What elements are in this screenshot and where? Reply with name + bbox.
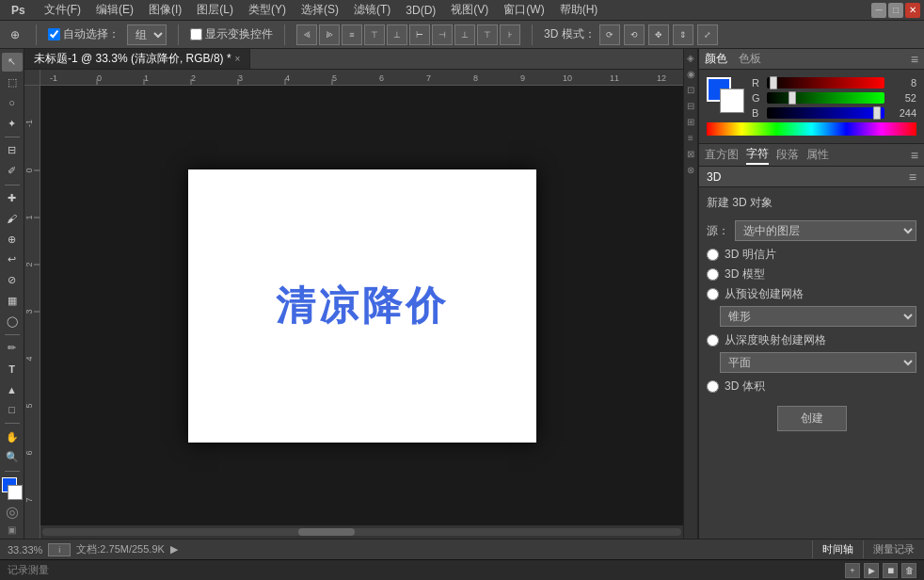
align-middle-v-btn[interactable]: ⊥ <box>387 24 407 45</box>
r-slider[interactable] <box>767 77 884 89</box>
postcard-label[interactable]: 3D 明信片 <box>725 247 776 263</box>
distribute-3-btn[interactable]: ⊤ <box>477 24 498 45</box>
character-tab[interactable]: 字符 <box>746 146 769 165</box>
3d-pan-btn[interactable]: ✥ <box>648 24 669 45</box>
clone-tool[interactable]: ⊕ <box>2 230 23 249</box>
create-button[interactable]: 创建 <box>777 406 847 431</box>
text-tool[interactable]: T <box>2 360 23 379</box>
strip-btn-1[interactable]: ◈ <box>687 53 694 63</box>
volume-label[interactable]: 3D 体积 <box>725 379 765 395</box>
3d-rotate-btn[interactable]: ⟳ <box>599 24 620 45</box>
align-top-btn[interactable]: ⊤ <box>364 24 385 45</box>
menu-select[interactable]: 选择(S) <box>294 0 346 20</box>
mesh-preset-label[interactable]: 从预设创建网格 <box>725 286 804 302</box>
align-right-btn[interactable]: ≡ <box>342 24 362 45</box>
brush-tool[interactable]: 🖌 <box>2 209 23 228</box>
align-center-h-btn[interactable]: ⫸ <box>319 24 340 45</box>
menu-help[interactable]: 帮助(H) <box>552 0 606 20</box>
heal-tool[interactable]: ✚ <box>2 189 23 208</box>
3d-scale-btn[interactable]: ⤢ <box>697 24 718 45</box>
bottom-btn-3[interactable]: ⏹ <box>883 563 898 578</box>
history-brush-tool[interactable]: ↩ <box>2 250 23 269</box>
r-thumb[interactable] <box>770 76 777 89</box>
color-spectrum[interactable] <box>707 122 916 136</box>
bottom-btn-4[interactable]: 🗑 <box>901 563 916 578</box>
crop-tool[interactable]: ⊟ <box>2 141 23 160</box>
properties-tab[interactable]: 属性 <box>806 147 829 163</box>
hand-tool[interactable]: ✋ <box>2 427 23 446</box>
3d-roll-btn[interactable]: ⟲ <box>624 24 645 45</box>
dodge-tool[interactable]: ◯ <box>2 312 23 330</box>
zoom-tool[interactable]: 🔍 <box>2 448 23 467</box>
background-color[interactable] <box>8 485 23 500</box>
distribute-4-btn[interactable]: ⊦ <box>500 24 520 45</box>
b-slider[interactable] <box>767 107 884 119</box>
show-transform-checkbox[interactable] <box>190 28 202 40</box>
color-panel-menu[interactable]: ≡ <box>911 52 918 67</box>
lasso-tool[interactable]: ○ <box>2 94 23 113</box>
strip-btn-3[interactable]: ⊡ <box>687 85 694 95</box>
g-thumb[interactable] <box>789 91 796 105</box>
maximize-button[interactable]: □ <box>888 3 903 18</box>
h-scrollbar[interactable] <box>40 525 683 539</box>
paragraph-tab[interactable]: 段落 <box>776 147 799 163</box>
minimize-button[interactable]: ─ <box>871 3 886 18</box>
path-select-tool[interactable]: ▲ <box>2 380 23 399</box>
swatches-tab[interactable]: 色板 <box>739 51 761 67</box>
background-swatch[interactable] <box>720 89 744 113</box>
3d-slide-btn[interactable]: ⇕ <box>673 24 693 45</box>
strip-btn-2[interactable]: ◉ <box>687 69 695 79</box>
color-tab[interactable]: 颜色 <box>705 51 727 67</box>
pen-tool[interactable]: ✏ <box>2 339 23 358</box>
zoom-info-btn[interactable]: i <box>48 543 71 556</box>
mesh-preset-radio[interactable] <box>707 288 719 300</box>
shape-tool[interactable]: □ <box>2 400 23 419</box>
postcard-radio[interactable] <box>707 249 719 261</box>
depth-type-dropdown[interactable]: 平面 <box>720 352 916 373</box>
model-label[interactable]: 3D 模型 <box>725 266 765 282</box>
strip-btn-6[interactable]: ≡ <box>688 133 693 143</box>
mesh-depth-label[interactable]: 从深度映射创建网格 <box>725 332 826 348</box>
distribute-2-btn[interactable]: ⊥ <box>454 24 475 45</box>
histogram-tab[interactable]: 直方图 <box>705 147 739 163</box>
mesh-depth-radio[interactable] <box>707 334 719 346</box>
timeline-tab[interactable]: 时间轴 <box>813 540 864 558</box>
screen-mode-btn[interactable]: ▣ <box>8 524 16 535</box>
menu-window[interactable]: 窗口(W) <box>496 0 551 20</box>
menu-edit[interactable]: 编辑(E) <box>88 0 141 20</box>
quick-select-tool[interactable]: ✦ <box>2 114 23 133</box>
strip-btn-8[interactable]: ⊗ <box>687 165 694 175</box>
document-tab[interactable]: 未标题-1 @ 33.3% (清凉降价, RGB/8) * × <box>24 49 250 69</box>
model-radio[interactable] <box>707 268 719 281</box>
canvas-scroll[interactable]: 清凉降价 <box>40 86 683 525</box>
align-bottom-btn[interactable]: ⊢ <box>409 24 430 45</box>
auto-select-dropdown[interactable]: 组 <box>127 24 167 45</box>
bottom-btn-1[interactable]: + <box>845 563 860 578</box>
mesh-type-dropdown[interactable]: 锥形 <box>720 306 916 327</box>
align-left-btn[interactable]: ⫷ <box>296 24 317 45</box>
3d-panel-menu[interactable]: ≡ <box>909 169 916 185</box>
auto-select-checkbox[interactable] <box>48 28 60 40</box>
eraser-tool[interactable]: ⊘ <box>2 271 23 290</box>
panel-tabs-menu[interactable]: ≡ <box>911 148 918 163</box>
bottom-btn-2[interactable]: ▶ <box>864 563 879 578</box>
strip-btn-5[interactable]: ⊞ <box>687 117 694 127</box>
menu-3d[interactable]: 3D(D) <box>398 2 443 19</box>
quick-mask-btn[interactable]: ◎ <box>6 503 19 521</box>
move-tool[interactable]: ↖ <box>2 53 23 72</box>
gradient-tool[interactable]: ▦ <box>2 292 23 311</box>
strip-btn-4[interactable]: ⊟ <box>687 101 694 111</box>
menu-filter[interactable]: 滤镜(T) <box>346 0 398 20</box>
b-thumb[interactable] <box>873 106 881 120</box>
strip-btn-7[interactable]: ⊠ <box>687 149 694 159</box>
volume-radio[interactable] <box>707 380 719 393</box>
menu-view[interactable]: 视图(V) <box>443 0 496 20</box>
distribute-1-btn[interactable]: ⊣ <box>432 24 453 45</box>
menu-type[interactable]: 类型(Y) <box>241 0 294 20</box>
menu-file[interactable]: 文件(F) <box>37 0 88 20</box>
source-dropdown[interactable]: 选中的图层 <box>735 220 916 241</box>
measurement-tab[interactable]: 测量记录 <box>864 540 924 558</box>
g-slider[interactable] <box>767 92 884 104</box>
close-button[interactable]: ✕ <box>905 3 920 18</box>
menu-layer[interactable]: 图层(L) <box>189 0 241 20</box>
